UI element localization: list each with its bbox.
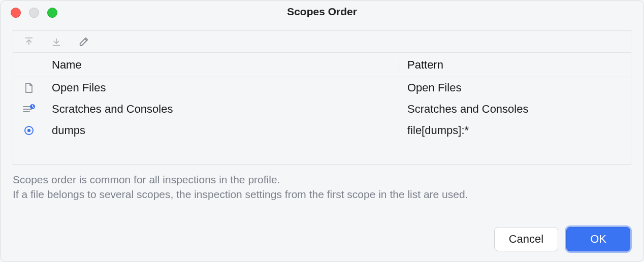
pencil-icon (78, 36, 89, 47)
row-name: Scratches and Consoles (45, 103, 400, 116)
titlebar: Scopes Order (1, 1, 643, 23)
row-pattern: Open Files (400, 81, 631, 94)
table-spacer (13, 141, 631, 165)
table-row[interactable]: dumps file[dumps]:* (13, 120, 631, 141)
row-name: dumps (45, 124, 400, 137)
table-row[interactable]: Scratches and Consoles Scratches and Con… (13, 99, 631, 120)
row-icon (13, 82, 45, 94)
zoom-window-button[interactable] (47, 8, 57, 18)
arrow-down-bar-icon (51, 36, 62, 47)
row-icon (13, 104, 45, 115)
scratch-icon (22, 104, 36, 115)
table-body: Open Files Open Files Scratches and Co (13, 77, 631, 165)
table-row[interactable]: Open Files Open Files (13, 77, 631, 99)
file-open-icon (23, 82, 35, 94)
minimize-window-button[interactable] (29, 8, 39, 18)
close-window-button[interactable] (11, 8, 21, 18)
row-name: Open Files (45, 81, 400, 94)
hint-line: If a file belongs to several scopes, the… (13, 187, 631, 202)
hint-line: Scopes order is common for all inspectio… (13, 172, 631, 187)
edit-button[interactable] (77, 35, 90, 48)
target-icon (23, 124, 35, 137)
scopes-panel: Name Pattern Open Files Open Files (13, 30, 631, 165)
window-title: Scopes Order (287, 6, 357, 18)
column-header-name[interactable]: Name (45, 58, 400, 72)
row-pattern: Scratches and Consoles (400, 103, 631, 116)
svg-point-5 (27, 129, 30, 132)
move-up-button[interactable] (22, 35, 36, 48)
dialog-window: Scopes Order (0, 0, 644, 262)
cancel-button[interactable]: Cancel (494, 227, 558, 251)
column-header-pattern[interactable]: Pattern (400, 58, 631, 72)
dialog-footer: Cancel OK (494, 227, 630, 251)
row-icon (13, 124, 45, 137)
toolbar (13, 30, 631, 53)
dialog-content: Name Pattern Open Files Open Files (1, 23, 643, 261)
arrow-up-bar-icon (23, 36, 35, 47)
hint-text: Scopes order is common for all inspectio… (13, 172, 631, 202)
window-controls (11, 8, 57, 18)
table-header: Name Pattern (13, 53, 631, 77)
row-pattern: file[dumps]:* (400, 124, 631, 137)
move-down-button[interactable] (50, 35, 63, 48)
ok-button[interactable]: OK (566, 227, 630, 251)
